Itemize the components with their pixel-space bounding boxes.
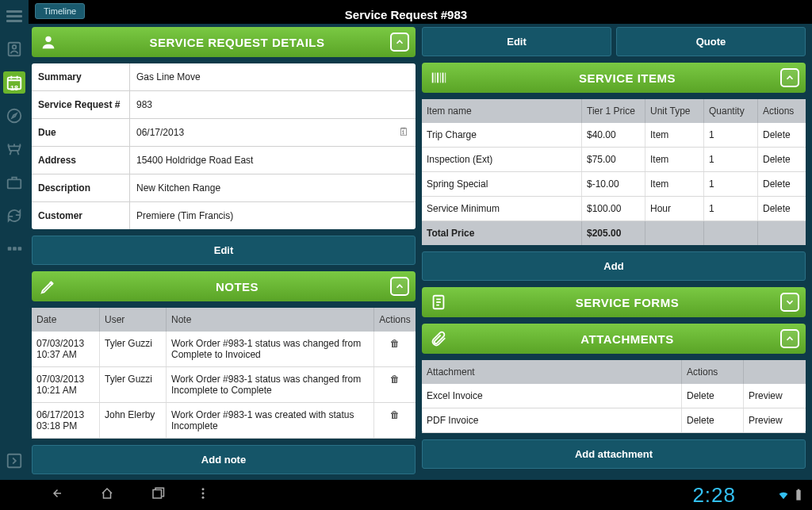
wifi-icon bbox=[777, 489, 790, 501]
delete-item-button[interactable]: Delete bbox=[758, 148, 806, 171]
edit-service-button[interactable]: Edit bbox=[422, 27, 611, 56]
grill-icon[interactable] bbox=[3, 138, 25, 160]
table-row: 07/03/2013 10:21 AM Tyler Guzzi Work Ord… bbox=[32, 367, 416, 403]
barcode-icon bbox=[430, 69, 447, 86]
delete-item-button[interactable]: Delete bbox=[758, 123, 806, 147]
briefcase-icon[interactable] bbox=[3, 171, 25, 194]
calendar-small-icon[interactable]: 🗓 bbox=[398, 125, 409, 138]
notes-header[interactable]: NOTES bbox=[32, 271, 416, 301]
forms-title: SERVICE FORMS bbox=[457, 296, 798, 309]
quote-button[interactable]: Quote bbox=[616, 27, 806, 56]
svg-rect-20 bbox=[153, 489, 162, 498]
sidebar: 18 bbox=[0, 0, 29, 480]
more-icon[interactable] bbox=[3, 238, 25, 260]
svg-rect-13 bbox=[432, 73, 434, 83]
chevron-up-icon[interactable] bbox=[780, 329, 799, 348]
detail-row: DescriptionNew Kitchen Range bbox=[32, 174, 416, 202]
delete-attachment-button[interactable]: Delete bbox=[682, 384, 744, 408]
svg-rect-8 bbox=[18, 247, 22, 251]
svg-rect-18 bbox=[445, 73, 446, 83]
svg-point-21 bbox=[202, 488, 205, 490]
page-title: Service Request #983 bbox=[0, 8, 812, 21]
notes-table-header: Date User Note Actions bbox=[32, 308, 416, 332]
calendar-icon[interactable]: 18 bbox=[3, 71, 25, 94]
preview-attachment-button[interactable]: Preview bbox=[744, 408, 806, 432]
delete-note-button[interactable]: 🗑 bbox=[374, 332, 416, 366]
svg-point-1 bbox=[13, 45, 17, 49]
attach-table-header: Attachment Actions bbox=[422, 360, 806, 384]
items-total-row: Total Price$205.00 bbox=[422, 221, 806, 245]
person-icon bbox=[40, 33, 57, 51]
sync-icon[interactable] bbox=[3, 205, 25, 227]
delete-note-button[interactable]: 🗑 bbox=[374, 367, 416, 402]
detail-row: SummaryGas Line Move bbox=[32, 63, 416, 91]
svg-rect-6 bbox=[8, 247, 12, 251]
main-content: SERVICE REQUEST DETAILS SummaryGas Line … bbox=[29, 24, 812, 480]
delete-attachment-button[interactable]: Delete bbox=[682, 408, 744, 432]
svg-rect-5 bbox=[8, 179, 21, 188]
forms-icon bbox=[430, 293, 447, 311]
service-items-header[interactable]: SERVICE ITEMS bbox=[422, 63, 806, 93]
svg-point-10 bbox=[45, 36, 51, 42]
detail-row: Due06/17/2013🗓 bbox=[32, 119, 416, 147]
attachments-table: Attachment Actions Excel InvoiceDeletePr… bbox=[422, 360, 806, 433]
back-icon[interactable] bbox=[48, 486, 65, 504]
pencil-icon bbox=[40, 278, 57, 295]
service-forms-header[interactable]: SERVICE FORMS bbox=[422, 287, 806, 317]
chevron-up-icon[interactable] bbox=[390, 33, 409, 52]
compass-icon[interactable] bbox=[3, 105, 25, 127]
android-nav-bar: 2:28 bbox=[0, 480, 812, 510]
clock: 2:28 bbox=[692, 483, 736, 508]
top-actions: Edit Quote bbox=[422, 27, 806, 56]
items-table-header: Item name Tier 1 Price Unit Type Quantit… bbox=[422, 99, 806, 123]
attachments-title: ATTACHMENTS bbox=[457, 332, 798, 346]
table-row: 06/17/2013 03:18 PM John Elerby Work Ord… bbox=[32, 403, 416, 439]
svg-rect-25 bbox=[798, 489, 800, 490]
svg-rect-9 bbox=[8, 454, 21, 468]
delete-note-button[interactable]: 🗑 bbox=[374, 403, 416, 438]
add-note-button[interactable]: Add note bbox=[32, 445, 416, 474]
table-row: Excel InvoiceDeletePreview bbox=[422, 384, 806, 408]
table-row: Service Minimum$100.00Hour1Delete bbox=[422, 197, 806, 221]
recent-icon[interactable] bbox=[149, 486, 167, 504]
edit-button[interactable]: Edit bbox=[32, 236, 416, 265]
left-column: SERVICE REQUEST DETAILS SummaryGas Line … bbox=[32, 27, 416, 477]
battery-icon bbox=[795, 489, 802, 501]
svg-point-22 bbox=[202, 492, 205, 494]
table-row: Spring Special$-10.00Item1Delete bbox=[422, 172, 806, 197]
svg-marker-4 bbox=[12, 113, 17, 118]
details-table: SummaryGas Line Move Service Request #98… bbox=[32, 63, 416, 229]
paperclip-icon bbox=[430, 330, 447, 347]
svg-rect-16 bbox=[440, 73, 441, 83]
svg-rect-7 bbox=[13, 247, 17, 251]
details-header[interactable]: SERVICE REQUEST DETAILS bbox=[32, 27, 416, 57]
right-column: Edit Quote SERVICE ITEMS Item name Tier … bbox=[422, 27, 806, 477]
svg-rect-15 bbox=[437, 73, 439, 83]
home-icon[interactable] bbox=[98, 486, 116, 504]
detail-row: Service Request #983 bbox=[32, 91, 416, 119]
preview-attachment-button[interactable]: Preview bbox=[744, 384, 806, 408]
detail-row: CustomerPremiere (Tim Francis) bbox=[32, 202, 416, 229]
chevron-down-icon[interactable] bbox=[780, 293, 799, 312]
delete-item-button[interactable]: Delete bbox=[758, 197, 806, 220]
table-row: PDF InvoiceDeletePreview bbox=[422, 408, 806, 433]
chevron-up-icon[interactable] bbox=[780, 68, 799, 87]
table-row: Trip Charge$40.00Item1Delete bbox=[422, 123, 806, 148]
attachments-header[interactable]: ATTACHMENTS bbox=[422, 324, 806, 354]
add-item-button[interactable]: Add bbox=[422, 251, 806, 281]
notes-title: NOTES bbox=[67, 280, 408, 293]
svg-point-3 bbox=[8, 109, 21, 123]
table-row: 07/03/2013 10:37 AM Tyler Guzzi Work Ord… bbox=[32, 332, 416, 367]
service-items-title: SERVICE ITEMS bbox=[457, 71, 798, 85]
detail-row: Address15400 Holdridge Road East bbox=[32, 147, 416, 174]
contacts-icon[interactable] bbox=[3, 38, 25, 60]
delete-item-button[interactable]: Delete bbox=[758, 172, 806, 196]
table-row: Inspection (Ext)$75.00Item1Delete bbox=[422, 148, 806, 172]
status-icons bbox=[777, 489, 802, 501]
svg-rect-14 bbox=[435, 73, 435, 83]
expand-icon[interactable] bbox=[3, 450, 25, 472]
svg-point-23 bbox=[202, 496, 205, 498]
add-attachment-button[interactable]: Add attachment bbox=[422, 439, 806, 469]
chevron-up-icon[interactable] bbox=[390, 277, 409, 296]
overflow-icon[interactable] bbox=[200, 486, 206, 504]
